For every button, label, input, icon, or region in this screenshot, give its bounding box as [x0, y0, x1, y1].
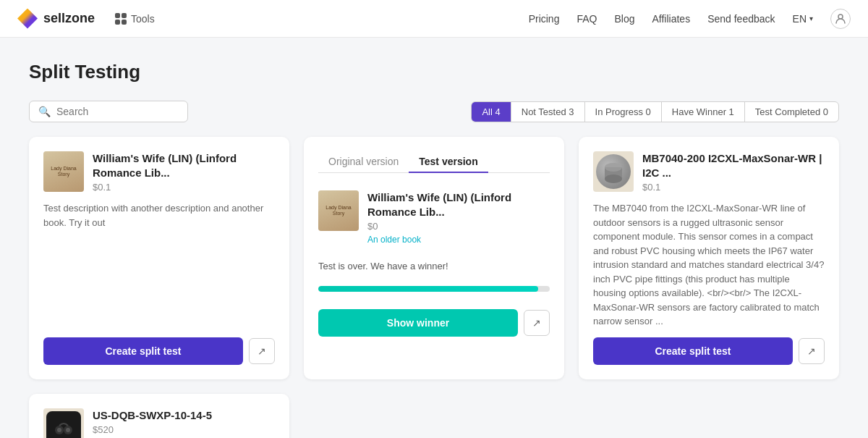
product-card-2: Original version Test version Lady Diana… — [304, 137, 564, 379]
user-account-icon[interactable] — [830, 9, 851, 29]
search-icon: 🔍 — [38, 106, 51, 117]
svg-point-0 — [838, 14, 843, 19]
search-wrap: 🔍 — [29, 101, 188, 122]
nav-link-blog[interactable]: Blog — [614, 13, 634, 25]
logo[interactable]: sellzone — [17, 9, 95, 29]
card-info-4: US-DQB-SWXP-10-14-5 $520 — [93, 408, 275, 436]
external-link-icon-2[interactable]: ↗ — [524, 310, 550, 336]
card-title-3: MB7040-200 I2CXL-MaxSonar-WR | I2C ... — [642, 151, 825, 180]
tab-original-version[interactable]: Original version — [318, 151, 409, 173]
filter-tabs: All 4 Not Tested 3 In Progress 0 Have Wi… — [471, 101, 839, 122]
filter-tab-in-progress[interactable]: In Progress 0 — [585, 102, 662, 122]
test-product-2: Lady DianaStory William's Wife (LIN) (Li… — [318, 190, 550, 245]
navbar: sellzone Tools Pricing FAQ Blog Affiliat… — [0, 0, 868, 38]
logo-icon — [17, 9, 38, 29]
page-title: Split Testing — [29, 61, 839, 83]
nav-link-affiliates[interactable]: Affiliates — [652, 13, 690, 25]
filter-tab-completed[interactable]: Test Completed 0 — [745, 102, 838, 122]
card-actions-3: Create split test ↗ — [593, 337, 825, 365]
card-subtitle-2: An older book — [367, 235, 550, 245]
svg-point-8 — [66, 428, 70, 432]
nav-link-pricing[interactable]: Pricing — [529, 13, 560, 25]
version-tabs: Original version Test version — [318, 151, 550, 173]
create-split-test-button-1[interactable]: Create split test — [43, 337, 243, 365]
create-split-test-button-3[interactable]: Create split test — [593, 337, 793, 365]
product-image-2: Lady DianaStory — [318, 190, 359, 231]
product-card-3: MB7040-200 I2CXL-MaxSonar-WR | I2C ... $… — [579, 137, 839, 379]
svg-point-3 — [605, 174, 622, 183]
external-link-icon-1[interactable]: ↗ — [249, 338, 275, 364]
card-product-1: Lady DianaStory William's Wife (LIN) (Li… — [43, 151, 275, 193]
card-title-1: William's Wife (LIN) (Linford Romance Li… — [93, 151, 275, 180]
logo-text: sellzone — [43, 11, 95, 26]
progress-fill — [318, 286, 538, 292]
card-title-4: US-DQB-SWXP-10-14-5 — [93, 408, 275, 423]
tools-label: Tools — [131, 13, 155, 25]
card-info-2: William's Wife (LIN) (Linford Romance Li… — [367, 190, 550, 245]
card-description-3: The MB7040 from the I2CXL-MaxSonar-WR li… — [593, 201, 825, 329]
product-image-1: Lady DianaStory — [43, 151, 84, 192]
external-link-icon-3[interactable]: ↗ — [799, 338, 825, 364]
language-label: EN — [793, 13, 807, 25]
progress-bar — [318, 286, 550, 292]
card-info-1: William's Wife (LIN) (Linford Romance Li… — [93, 151, 275, 193]
show-winner-button[interactable]: Show winner — [318, 309, 518, 337]
card-title-2: William's Wife (LIN) (Linford Romance Li… — [367, 190, 550, 219]
tab-test-version[interactable]: Test version — [409, 151, 488, 173]
product-image-4 — [43, 408, 84, 439]
product-card-1: Lady DianaStory William's Wife (LIN) (Li… — [29, 137, 289, 379]
cards-grid: Lady DianaStory William's Wife (LIN) (Li… — [29, 137, 839, 379]
svg-point-7 — [57, 428, 61, 432]
filter-tab-not-tested[interactable]: Not Tested 3 — [511, 102, 585, 122]
svg-point-4 — [605, 163, 622, 172]
nav-link-feedback[interactable]: Send feedback — [707, 13, 775, 25]
sensor-image — [596, 154, 631, 189]
card-product-4: US-DQB-SWXP-10-14-5 $520 — [43, 408, 275, 439]
card-info-3: MB7040-200 I2CXL-MaxSonar-WR | I2C ... $… — [642, 151, 825, 193]
product-card-4: US-DQB-SWXP-10-14-5 $520 — [29, 394, 289, 439]
card-price-3: $0.1 — [642, 182, 825, 193]
bottom-row: US-DQB-SWXP-10-14-5 $520 — [29, 394, 839, 439]
filter-tab-all[interactable]: All 4 — [472, 102, 511, 122]
search-input[interactable] — [56, 106, 179, 117]
page-content: Split Testing 🔍 All 4 Not Tested 3 In Pr… — [0, 38, 868, 438]
card-price-2: $0 — [367, 221, 550, 232]
card-actions-1: Create split test ↗ — [43, 337, 275, 365]
card-price-4: $520 — [93, 424, 275, 435]
language-selector[interactable]: EN ▾ — [793, 13, 813, 25]
filter-tab-have-winner[interactable]: Have Winner 1 — [662, 102, 745, 122]
earbuds-image — [46, 411, 81, 439]
filter-bar: 🔍 All 4 Not Tested 3 In Progress 0 Have … — [29, 101, 839, 122]
nav-link-faq[interactable]: FAQ — [576, 13, 597, 25]
chevron-down-icon: ▾ — [809, 14, 813, 22]
tools-icon — [115, 13, 127, 25]
tools-menu[interactable]: Tools — [109, 10, 161, 28]
card-description-1: Test description with another descriptio… — [43, 201, 275, 329]
nav-links: Pricing FAQ Blog Affiliates Send feedbac… — [529, 9, 851, 29]
product-image-3 — [593, 151, 634, 192]
card-product-3: MB7040-200 I2CXL-MaxSonar-WR | I2C ... $… — [593, 151, 825, 193]
card-price-1: $0.1 — [93, 182, 275, 193]
card-actions-2: Show winner ↗ — [318, 309, 550, 337]
winner-message: Test is over. We have a winner! — [318, 261, 550, 271]
